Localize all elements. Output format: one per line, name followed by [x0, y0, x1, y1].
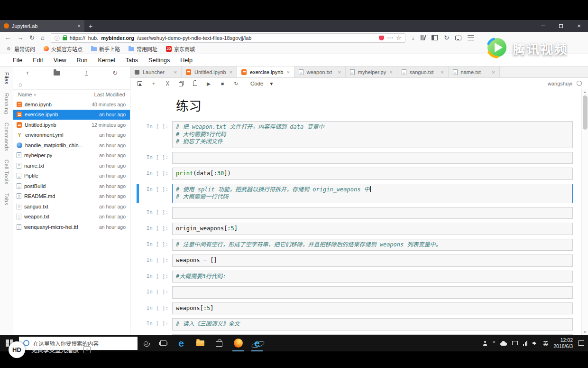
menu-item-settings[interactable]: Settings — [143, 57, 175, 64]
menu-item-edit[interactable]: Edit — [28, 57, 48, 64]
task-view-button[interactable] — [155, 335, 172, 351]
url-input[interactable]: ⓘ https://hub.mybinder.org/user/wshuyi-d… — [51, 33, 405, 43]
sidebar-tab-commands[interactable]: Commands — [4, 123, 9, 151]
file-row[interactable]: sanguo.txtan hour ago — [13, 201, 130, 212]
doc-tab[interactable]: exercise.ipynb× — [237, 66, 294, 77]
sidebar-tab-cell-tools[interactable]: Cell Tools — [4, 160, 9, 185]
cell-input[interactable]: # 使用 split 功能，把武器以换行符拆开，存储到 origin_weapo… — [172, 184, 573, 203]
file-row[interactable]: README.mdan hour ago — [13, 191, 130, 202]
home-folder-icon[interactable]: ⌂ — [18, 81, 22, 88]
cut-cell-button[interactable] — [164, 80, 171, 87]
cell-type-dropdown[interactable]: Code ▾ — [250, 80, 273, 87]
window-minimize-button[interactable] — [534, 20, 552, 32]
file-row[interactable]: handle_matplotlib_chin...an hour ago — [13, 140, 130, 151]
sidebar-tab-running[interactable]: Running — [4, 93, 9, 114]
bookmark-item[interactable]: ⚙最常访问 — [6, 45, 35, 53]
window-maximize-button[interactable] — [552, 20, 570, 32]
upload-icon[interactable]: ↑ — [85, 70, 88, 76]
notebook-cell[interactable]: In [ ]:#大概需要3行代码: — [130, 271, 581, 283]
firefox-taskbar-button[interactable] — [229, 335, 248, 351]
scrollbar-thumb[interactable] — [583, 95, 588, 130]
cell-input[interactable]: print(data[:30]) — [172, 168, 573, 180]
file-row[interactable]: exercise.ipynban hour ago — [13, 110, 130, 120]
file-row[interactable]: name.txtan hour ago — [13, 160, 130, 171]
sidebar-toggle-icon[interactable] — [432, 35, 438, 40]
doc-tab[interactable]: myhelper.py× — [346, 66, 397, 77]
notebook-cell[interactable]: In [ ]: — [130, 152, 581, 164]
run-cell-button[interactable]: ▶ — [205, 80, 212, 87]
chat-icon[interactable] — [455, 36, 461, 40]
notebook-cell[interactable]: In [ ]:# 把 weapon.txt 文件打开，内容存储到 data 变量… — [130, 121, 581, 148]
scroll-up-icon[interactable]: ▲ — [582, 90, 588, 94]
doc-tab[interactable]: weapon.txt× — [294, 66, 346, 77]
new-tab-button[interactable]: + — [84, 20, 97, 32]
tab-close-icon[interactable]: × — [230, 69, 232, 75]
cloud-icon[interactable] — [500, 342, 507, 346]
taskbar-clock[interactable]: 12:02 2018/6/3 — [553, 337, 573, 349]
bookmark-star-icon[interactable]: ☆ — [396, 35, 402, 41]
doc-tab[interactable]: sanguo.txt× — [397, 66, 449, 77]
cell-input[interactable]: # 把 weapon.txt 文件打开，内容存储到 data 变量中# 大约需要… — [172, 121, 573, 148]
stop-kernel-button[interactable]: ■ — [219, 80, 226, 87]
file-row[interactable]: Pipfilean hour ago — [13, 171, 130, 181]
save-button[interactable] — [137, 80, 143, 87]
library-icon[interactable] — [421, 35, 425, 40]
page-actions-icon[interactable]: ⋯ — [387, 35, 393, 41]
tab-close-icon[interactable]: × — [389, 69, 392, 75]
pocket-icon[interactable] — [379, 36, 384, 40]
cell-input[interactable]: weapons[:5] — [172, 302, 573, 315]
page-info-icon[interactable]: ⓘ — [55, 34, 60, 42]
refresh-icon[interactable]: ↻ — [112, 69, 118, 76]
tab-close-icon[interactable]: × — [492, 69, 495, 75]
promo-close-icon[interactable]: × — [83, 346, 91, 353]
menu-icon[interactable] — [468, 35, 474, 40]
tray-expand-icon[interactable]: ^ — [493, 340, 495, 346]
file-row[interactable]: wenquanyi-micro-hei.ttfan hour ago — [13, 222, 130, 232]
file-row[interactable]: Untitled.ipynb12 minutes ago — [13, 120, 130, 130]
downloads-icon[interactable]: ↓ — [412, 35, 415, 41]
notebook-cell[interactable]: In [ ]:weapons[:5] — [130, 302, 581, 315]
cell-input[interactable]: #大概需要3行代码: — [172, 271, 573, 283]
name-column-header[interactable]: Name — [18, 92, 32, 97]
notebook-cell[interactable]: In [ ]:# 读入《三国演义》全文 — [130, 318, 581, 330]
bookmark-item[interactable]: JD京东商城 — [166, 45, 195, 53]
kernel-status-icon[interactable] — [577, 81, 582, 86]
menu-item-help[interactable]: Help — [175, 57, 198, 64]
sidebar-tab-files[interactable]: Files — [4, 72, 9, 85]
notebook-cell[interactable]: In [ ]:weapons = [] — [130, 255, 581, 267]
file-row[interactable]: weapon.txtan hour ago — [13, 212, 130, 222]
cell-input[interactable]: weapons = [] — [172, 255, 573, 267]
markdown-title-cell[interactable]: 练习 — [176, 94, 581, 117]
notebook-cell[interactable]: In [ ]:# 使用 split 功能，把武器以换行符拆开，存储到 origi… — [130, 184, 581, 203]
paste-cell-button[interactable] — [192, 80, 198, 87]
copy-cell-button[interactable] — [178, 80, 184, 87]
tab-close-icon[interactable]: × — [77, 23, 81, 29]
menu-item-view[interactable]: View — [48, 57, 72, 64]
people-icon[interactable] — [483, 341, 487, 346]
forward-icon[interactable]: → — [17, 35, 23, 41]
tab-close-icon[interactable]: × — [441, 69, 443, 75]
bookmark-item[interactable]: 新手上路 — [91, 45, 120, 53]
new-launcher-icon[interactable]: + — [26, 69, 29, 76]
cell-input[interactable]: # 读入《三国演义》全文 — [172, 318, 573, 330]
menu-item-file[interactable]: File — [8, 57, 28, 64]
reload-icon[interactable]: ↻ — [29, 35, 35, 41]
file-row[interactable]: environment.ymlan hour ago — [13, 130, 130, 141]
scroll-down-icon[interactable]: ▼ — [582, 330, 588, 334]
store-taskbar-button[interactable] — [210, 335, 229, 351]
bookmark-item[interactable]: 常用网址 — [129, 45, 157, 53]
tab-close-icon[interactable]: × — [174, 69, 177, 75]
cell-input[interactable] — [172, 152, 573, 164]
notebook-scrollbar[interactable]: ▲ ▼ — [581, 89, 588, 335]
doc-tab[interactable]: Untitled.ipynb× — [182, 66, 237, 77]
tab-close-icon[interactable]: × — [286, 69, 289, 75]
window-close-button[interactable]: × — [570, 20, 588, 32]
doc-tab[interactable]: name.txt× — [449, 66, 500, 77]
notebook-cell[interactable]: In [ ]:# 注意中间有空行，形成了空字符串，把它们移除，并且把移除后的结果… — [130, 239, 581, 251]
new-folder-icon[interactable] — [54, 71, 60, 75]
volume-icon[interactable] — [533, 341, 538, 346]
back-icon[interactable]: ← — [5, 35, 11, 41]
explorer-taskbar-button[interactable] — [191, 335, 210, 351]
tab-close-icon[interactable]: × — [338, 69, 340, 75]
sidebar-tab-tabs[interactable]: Tabs — [4, 193, 9, 205]
